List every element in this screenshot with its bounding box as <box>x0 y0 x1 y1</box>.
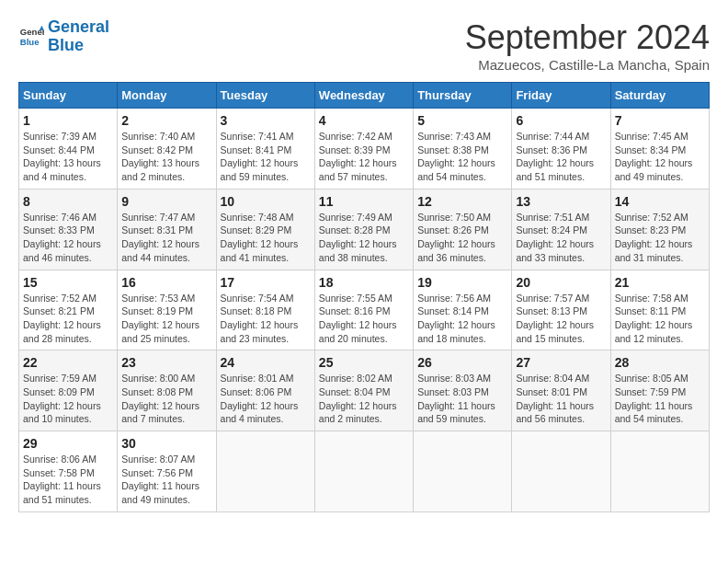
calendar-cell: 10Sunrise: 7:48 AMSunset: 8:29 PMDayligh… <box>216 189 314 270</box>
day-number: 7 <box>615 113 705 128</box>
day-number: 6 <box>516 113 606 128</box>
calendar-cell: 11Sunrise: 7:49 AMSunset: 8:28 PMDayligh… <box>314 189 413 270</box>
weekday-header: Thursday <box>414 83 512 109</box>
calendar-cell: 22Sunrise: 7:59 AMSunset: 8:09 PMDayligh… <box>19 350 118 431</box>
day-number: 13 <box>516 194 606 209</box>
calendar-cell: 8Sunrise: 7:46 AMSunset: 8:33 PMDaylight… <box>19 189 118 270</box>
calendar-cell: 3Sunrise: 7:41 AMSunset: 8:41 PMDaylight… <box>216 109 314 190</box>
day-number: 1 <box>23 113 113 128</box>
day-info: Sunrise: 7:50 AMSunset: 8:26 PMDaylight:… <box>417 211 507 265</box>
day-number: 16 <box>121 275 211 290</box>
weekday-header-row: SundayMondayTuesdayWednesdayThursdayFrid… <box>19 83 710 109</box>
logo-icon: General Blue <box>18 24 44 50</box>
calendar-cell <box>414 431 512 512</box>
calendar-cell: 17Sunrise: 7:54 AMSunset: 8:18 PMDayligh… <box>216 270 314 350</box>
day-info: Sunrise: 7:44 AMSunset: 8:36 PMDaylight:… <box>516 130 606 184</box>
day-number: 14 <box>615 194 705 209</box>
day-number: 28 <box>615 355 705 370</box>
calendar-cell: 30Sunrise: 8:07 AMSunset: 7:56 PMDayligh… <box>118 431 216 512</box>
day-number: 2 <box>121 113 211 128</box>
day-info: Sunrise: 7:51 AMSunset: 8:24 PMDaylight:… <box>516 211 606 265</box>
day-info: Sunrise: 7:53 AMSunset: 8:19 PMDaylight:… <box>121 292 211 346</box>
day-info: Sunrise: 8:01 AMSunset: 8:06 PMDaylight:… <box>221 372 311 426</box>
day-number: 10 <box>221 194 311 209</box>
day-info: Sunrise: 8:04 AMSunset: 8:01 PMDaylight:… <box>516 372 606 426</box>
calendar-cell: 16Sunrise: 7:53 AMSunset: 8:19 PMDayligh… <box>118 270 216 350</box>
calendar-cell: 28Sunrise: 8:05 AMSunset: 7:59 PMDayligh… <box>610 350 709 431</box>
calendar-cell: 5Sunrise: 7:43 AMSunset: 8:38 PMDaylight… <box>414 109 512 190</box>
day-info: Sunrise: 8:03 AMSunset: 8:03 PMDaylight:… <box>417 372 507 426</box>
day-number: 29 <box>23 436 113 451</box>
calendar-cell <box>610 431 709 512</box>
calendar-cell: 23Sunrise: 8:00 AMSunset: 8:08 PMDayligh… <box>118 350 216 431</box>
day-number: 30 <box>121 436 211 451</box>
day-number: 17 <box>221 275 311 290</box>
title-block: September 2024 Mazuecos, Castille-La Man… <box>465 18 710 73</box>
calendar-cell <box>314 431 413 512</box>
calendar-week-row: 29Sunrise: 8:06 AMSunset: 7:58 PMDayligh… <box>19 431 710 512</box>
day-info: Sunrise: 7:41 AMSunset: 8:41 PMDaylight:… <box>221 130 311 184</box>
day-info: Sunrise: 7:52 AMSunset: 8:23 PMDaylight:… <box>615 211 705 265</box>
day-number: 21 <box>615 275 705 290</box>
page-header: General Blue GeneralBlue September 2024 … <box>18 18 710 73</box>
location-subtitle: Mazuecos, Castille-La Mancha, Spain <box>465 57 710 73</box>
day-info: Sunrise: 7:52 AMSunset: 8:21 PMDaylight:… <box>23 292 113 346</box>
calendar-cell: 14Sunrise: 7:52 AMSunset: 8:23 PMDayligh… <box>610 189 709 270</box>
day-info: Sunrise: 7:39 AMSunset: 8:44 PMDaylight:… <box>23 130 113 184</box>
calendar-cell: 19Sunrise: 7:56 AMSunset: 8:14 PMDayligh… <box>414 270 512 350</box>
day-info: Sunrise: 7:56 AMSunset: 8:14 PMDaylight:… <box>417 292 507 346</box>
calendar-cell: 1Sunrise: 7:39 AMSunset: 8:44 PMDaylight… <box>19 109 118 190</box>
calendar-cell: 6Sunrise: 7:44 AMSunset: 8:36 PMDaylight… <box>512 109 610 190</box>
day-info: Sunrise: 8:06 AMSunset: 7:58 PMDaylight:… <box>23 453 113 507</box>
calendar-table: SundayMondayTuesdayWednesdayThursdayFrid… <box>18 82 710 512</box>
calendar-week-row: 8Sunrise: 7:46 AMSunset: 8:33 PMDaylight… <box>19 189 710 270</box>
day-info: Sunrise: 7:40 AMSunset: 8:42 PMDaylight:… <box>121 130 211 184</box>
day-info: Sunrise: 7:59 AMSunset: 8:09 PMDaylight:… <box>23 372 113 426</box>
calendar-cell: 25Sunrise: 8:02 AMSunset: 8:04 PMDayligh… <box>314 350 413 431</box>
day-number: 12 <box>417 194 507 209</box>
day-info: Sunrise: 7:47 AMSunset: 8:31 PMDaylight:… <box>121 211 211 265</box>
calendar-cell: 24Sunrise: 8:01 AMSunset: 8:06 PMDayligh… <box>216 350 314 431</box>
month-title: September 2024 <box>465 18 710 57</box>
calendar-cell <box>512 431 610 512</box>
day-info: Sunrise: 7:46 AMSunset: 8:33 PMDaylight:… <box>23 211 113 265</box>
calendar-cell: 9Sunrise: 7:47 AMSunset: 8:31 PMDaylight… <box>118 189 216 270</box>
calendar-cell: 26Sunrise: 8:03 AMSunset: 8:03 PMDayligh… <box>414 350 512 431</box>
day-number: 20 <box>516 275 606 290</box>
day-number: 22 <box>23 355 113 370</box>
weekday-header: Wednesday <box>314 83 413 109</box>
day-number: 5 <box>417 113 507 128</box>
logo: General Blue GeneralBlue <box>18 18 109 55</box>
day-number: 3 <box>221 113 311 128</box>
calendar-week-row: 1Sunrise: 7:39 AMSunset: 8:44 PMDaylight… <box>19 109 710 190</box>
calendar-cell: 12Sunrise: 7:50 AMSunset: 8:26 PMDayligh… <box>414 189 512 270</box>
day-number: 18 <box>319 275 409 290</box>
calendar-cell: 15Sunrise: 7:52 AMSunset: 8:21 PMDayligh… <box>19 270 118 350</box>
day-number: 26 <box>417 355 507 370</box>
day-number: 4 <box>319 113 409 128</box>
calendar-cell: 29Sunrise: 8:06 AMSunset: 7:58 PMDayligh… <box>19 431 118 512</box>
day-number: 25 <box>319 355 409 370</box>
calendar-cell: 20Sunrise: 7:57 AMSunset: 8:13 PMDayligh… <box>512 270 610 350</box>
day-info: Sunrise: 7:45 AMSunset: 8:34 PMDaylight:… <box>615 130 705 184</box>
day-info: Sunrise: 7:49 AMSunset: 8:28 PMDaylight:… <box>319 211 409 265</box>
day-info: Sunrise: 7:43 AMSunset: 8:38 PMDaylight:… <box>417 130 507 184</box>
calendar-cell: 18Sunrise: 7:55 AMSunset: 8:16 PMDayligh… <box>314 270 413 350</box>
day-info: Sunrise: 8:05 AMSunset: 7:59 PMDaylight:… <box>615 372 705 426</box>
calendar-cell: 13Sunrise: 7:51 AMSunset: 8:24 PMDayligh… <box>512 189 610 270</box>
day-info: Sunrise: 8:07 AMSunset: 7:56 PMDaylight:… <box>121 453 211 507</box>
calendar-cell: 21Sunrise: 7:58 AMSunset: 8:11 PMDayligh… <box>610 270 709 350</box>
calendar-week-row: 22Sunrise: 7:59 AMSunset: 8:09 PMDayligh… <box>19 350 710 431</box>
day-info: Sunrise: 8:00 AMSunset: 8:08 PMDaylight:… <box>121 372 211 426</box>
weekday-header: Tuesday <box>216 83 314 109</box>
day-number: 23 <box>121 355 211 370</box>
logo-text: GeneralBlue <box>48 18 109 55</box>
weekday-header: Saturday <box>610 83 709 109</box>
day-info: Sunrise: 7:57 AMSunset: 8:13 PMDaylight:… <box>516 292 606 346</box>
weekday-header: Friday <box>512 83 610 109</box>
day-number: 15 <box>23 275 113 290</box>
day-info: Sunrise: 7:54 AMSunset: 8:18 PMDaylight:… <box>221 292 311 346</box>
calendar-week-row: 15Sunrise: 7:52 AMSunset: 8:21 PMDayligh… <box>19 270 710 350</box>
calendar-cell <box>216 431 314 512</box>
weekday-header: Sunday <box>19 83 118 109</box>
